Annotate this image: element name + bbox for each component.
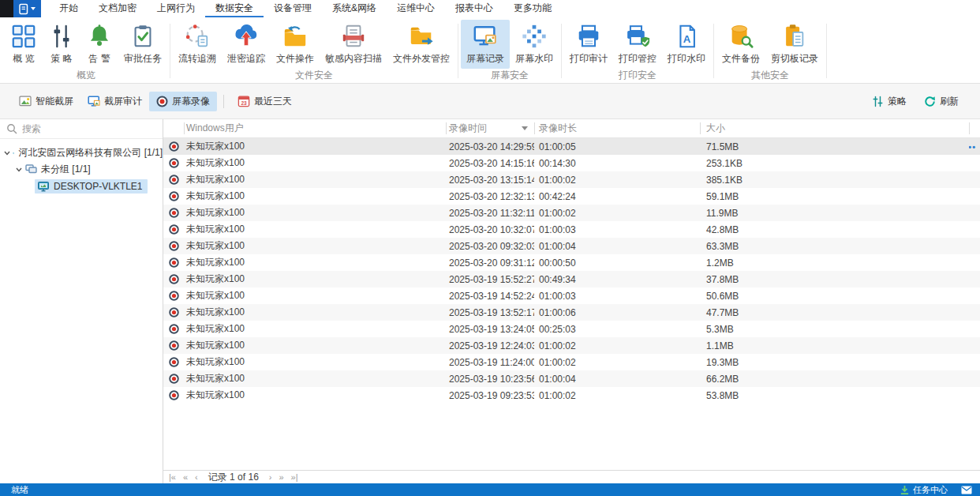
table-row[interactable]: 未知玩家x100 2025-03-19 10:23:56 01:00:04 66… (163, 370, 980, 387)
app-menu-button[interactable] (13, 0, 41, 17)
cell-record-time: 2025-03-20 11:32:11 (446, 208, 534, 219)
next-page-button[interactable]: › (269, 473, 272, 482)
table-row[interactable]: 未知玩家x100 2025-03-19 12:24:03 01:00:02 1.… (163, 337, 980, 354)
flow-trace-button[interactable]: 流转追溯 (173, 20, 222, 69)
refresh-button[interactable]: 刷新 (917, 92, 966, 111)
task-center-button[interactable]: 任务中心 (900, 484, 948, 496)
file-operation-button[interactable]: 文件操作 (271, 20, 320, 69)
column-header-windows-user[interactable]: Windows用户 (184, 119, 446, 137)
smart-capture-label: 智能截屏 (36, 95, 73, 108)
table-row[interactable]: 未知玩家x100 2025-03-20 10:32:07 01:00:03 42… (163, 221, 980, 238)
refresh-icon (924, 96, 936, 107)
table-row[interactable]: 未知玩家x100 2025-03-19 13:24:05 00:25:03 5.… (163, 321, 980, 337)
policy-button[interactable]: 策 略 (43, 20, 80, 69)
tree-node-ungrouped[interactable]: 未分组 [1/1] (0, 161, 163, 178)
device-tree: 河北安固云网络科技有限公司 [1/1] 未分组 [1/1] (0, 139, 163, 194)
menu-tab[interactable]: 文档加密 (88, 0, 147, 17)
print-audit-button[interactable]: 打印审计 (564, 20, 613, 69)
column-header-size[interactable]: 大小 (700, 119, 969, 137)
menu-tab[interactable]: 上网行为 (147, 0, 205, 17)
menu-tab[interactable]: 报表中心 (445, 0, 503, 17)
menu-tab[interactable]: 数据安全 (205, 0, 264, 17)
file-backup-button[interactable]: 文件备份 (716, 20, 765, 69)
table-row[interactable]: 未知玩家x100 2025-03-20 12:32:13 00:42:24 59… (163, 188, 980, 205)
menu-tab[interactable]: 设备管理 (264, 0, 322, 17)
cell-size: 5.3MB (700, 324, 969, 335)
watermark-pixels-icon (521, 23, 548, 50)
policy-toolbar-button[interactable]: 策略 (865, 92, 914, 111)
search-input[interactable] (22, 123, 156, 134)
column-header-icon[interactable] (163, 119, 184, 137)
table-row[interactable]: 未知玩家x100 2025-03-20 14:15:16 00:14:30 25… (163, 155, 980, 171)
cell-duration: 01:00:03 (534, 291, 700, 302)
cell-record-time: 2025-03-20 10:32:07 (446, 224, 534, 235)
table-row[interactable]: 未知玩家x100 2025-03-20 13:15:14 01:00:02 38… (163, 171, 980, 188)
row-actions-button[interactable]: ••• (969, 142, 976, 152)
alert-button[interactable]: 告 警 (80, 20, 118, 69)
company-node-label: 河北安固云网络科技有限公司 [1/1] (18, 146, 163, 160)
recent-3days-button[interactable]: 23 最近三天 (230, 92, 299, 111)
cell-record-time: 2025-03-20 13:15:14 (446, 175, 534, 186)
tree-node-company[interactable]: 河北安固云网络科技有限公司 [1/1] (0, 145, 163, 161)
table-row[interactable]: 未知玩家x100 2025-03-19 14:52:24 01:00:03 50… (163, 287, 980, 304)
row-icon-cell (163, 291, 184, 301)
table-row[interactable]: 未知玩家x100 2025-03-20 09:31:12 00:00:50 1.… (163, 254, 980, 271)
print-control-button[interactable]: 打印管控 (613, 20, 662, 69)
capture-audit-button[interactable]: 截屏审计 (80, 92, 149, 111)
chevron-down-icon[interactable] (15, 167, 23, 172)
cell-windows-user: 未知玩家x100 (184, 389, 446, 402)
last-page-button[interactable]: »| (291, 473, 298, 482)
row-icon-cell (163, 390, 184, 400)
approval-tasks-button[interactable]: 审批任务 (118, 20, 167, 69)
table-row[interactable]: 未知玩家x100 2025-03-20 14:29:59 01:00:05 71… (163, 138, 980, 155)
cell-record-time: 2025-03-20 12:32:13 (446, 191, 534, 202)
recordings-table: Windows用户 录像时间 录像时长 大小 (163, 119, 980, 483)
first-page-button[interactable]: |« (169, 473, 176, 482)
screen-record-button[interactable]: 屏幕记录 (461, 20, 510, 69)
overview-button[interactable]: 概 览 (5, 20, 43, 69)
cell-windows-user: 未知玩家x100 (184, 156, 446, 170)
table-row[interactable]: 未知玩家x100 2025-03-20 09:32:03 01:00:04 63… (163, 238, 980, 254)
file-outgoing-control-button[interactable]: 文件外发管控 (387, 20, 455, 69)
record-icon (169, 141, 179, 152)
sensitive-content-scan-button[interactable]: 敏感内容扫描 (320, 20, 387, 69)
ribbon-group-other-security: 文件备份 剪切板记录 其他安全 (716, 17, 824, 83)
recent-3days-label: 最近三天 (254, 95, 292, 108)
cell-size: 253.1KB (700, 158, 969, 169)
pagination-bar: |« « ‹ 记录 1 of 16 › » »| (163, 470, 980, 483)
table-row[interactable]: 未知玩家x100 2025-03-19 11:24:00 01:00:02 19… (163, 354, 980, 370)
smart-capture-button[interactable]: 智能截屏 (12, 92, 80, 111)
menu-tab[interactable]: 运维中心 (387, 0, 445, 17)
prev-page-button[interactable]: ‹ (195, 473, 198, 482)
fast-next-button[interactable]: » (279, 473, 283, 482)
tree-node-computer[interactable]: DESKTOP-VLKTLE1 (0, 178, 163, 194)
sort-descending-icon[interactable] (522, 126, 528, 130)
row-icon-cell (163, 340, 184, 351)
record-icon (169, 340, 179, 351)
chevron-down-icon[interactable] (4, 151, 10, 156)
message-icon[interactable] (961, 486, 972, 494)
image-icon (19, 95, 32, 107)
cell-actions: ••• (969, 287, 980, 304)
calendar-23-icon: 23 (238, 95, 250, 107)
fast-prev-button[interactable]: « (183, 473, 188, 482)
menu-tab[interactable]: 更多功能 (503, 0, 562, 17)
record-icon (169, 224, 179, 235)
table-body: 未知玩家x100 2025-03-20 14:29:59 01:00:05 71… (163, 138, 980, 470)
table-row[interactable]: 未知玩家x100 2025-03-19 15:52:27 00:49:34 37… (163, 271, 980, 287)
table-row[interactable]: 未知玩家x100 2025-03-20 11:32:11 01:00:02 11… (163, 205, 980, 221)
menu-tab[interactable]: 系统&网络 (322, 0, 387, 17)
print-watermark-button[interactable]: A 打印水印 (662, 20, 711, 69)
screen-watermark-button[interactable]: 屏幕水印 (510, 20, 559, 69)
window-corner (0, 0, 13, 17)
cell-actions: ••• (969, 221, 980, 238)
table-row[interactable]: 未知玩家x100 2025-03-19 09:23:53 01:00:02 53… (163, 387, 980, 404)
screen-video-button[interactable]: 屏幕录像 (149, 92, 217, 111)
column-header-duration[interactable]: 录像时长 (534, 119, 700, 137)
leak-trace-button[interactable]: 泄密追踪 (222, 20, 271, 69)
clipboard-record-button[interactable]: 剪切板记录 (765, 20, 824, 69)
column-header-record-time[interactable]: 录像时间 (446, 119, 534, 137)
table-row[interactable]: 未知玩家x100 2025-03-19 13:52:17 01:00:06 47… (163, 304, 980, 321)
menu-tab[interactable]: 开始 (49, 0, 88, 17)
cell-size: 1.1MB (700, 340, 969, 351)
